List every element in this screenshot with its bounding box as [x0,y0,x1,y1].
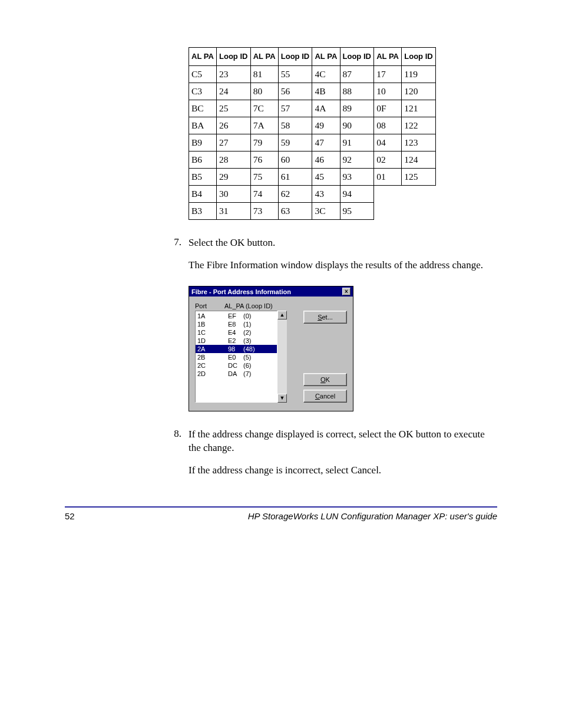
port-listbox[interactable]: 1AEF(0)1BE8(1)1CE4(2)1DE2(3)2A98(48)2BE0… [195,311,277,403]
set-button[interactable]: Set... [303,311,347,324]
list-item-loopid: (0) [243,312,251,320]
close-icon[interactable]: × [342,288,351,295]
list-item-alpa: E4 [228,328,243,337]
footer-title: HP StorageWorks LUN Configuration Manage… [100,511,497,521]
table-row: C52381554C8717119 [189,66,436,83]
list-item-alpa: EF [228,312,243,320]
col-alpa-1: AL PA [189,48,217,66]
list-item-loopid: (48) [243,345,255,353]
list-item[interactable]: 1CE4(2) [196,328,277,337]
table-header-row: AL PA Loop ID AL PA Loop ID AL PA Loop I… [189,48,436,66]
table-cell: 08 [374,117,402,134]
list-item-loopid: (2) [243,328,251,337]
table-cell: B4 [189,186,217,203]
cancel-button[interactable]: Cancel [303,390,347,403]
scroll-down-icon[interactable]: ▼ [277,394,287,403]
table-cell [402,203,436,220]
list-item-alpa: DA [228,370,243,378]
table-cell: 25 [217,100,251,117]
ok-button-post: K [326,376,330,383]
table-cell: 95 [340,203,374,220]
table-cell: B3 [189,203,217,220]
table-cell: 43 [312,186,340,203]
ok-button[interactable]: OK [303,373,347,386]
table-cell: B5 [189,169,217,186]
list-item-loopid: (7) [243,370,251,378]
table-cell [374,186,402,203]
table-cell: 46 [312,151,340,169]
table-cell: 3C [312,203,340,220]
list-item-loopid: (6) [243,361,251,370]
dialog-titlebar: Fibre - Port Address Information × [189,286,353,297]
table-cell: 73 [250,203,278,220]
listbox-scrollbar[interactable]: ▲ ▼ [277,311,287,403]
table-cell: 91 [340,134,374,151]
table-cell: 123 [402,134,436,151]
table-cell: C3 [189,83,217,100]
table-cell: 59 [278,134,312,151]
step-8-text-2: If the address change is incorrect, sele… [189,464,497,477]
list-item-alpa: DC [228,361,243,370]
table-cell: 23 [217,66,251,83]
table-row: BC257C574A890F121 [189,100,436,117]
step-8-text-1: If the address change displayed is corre… [189,428,497,454]
table-cell: 30 [217,186,251,203]
table-row: BA267A58499008122 [189,117,436,134]
table-cell: 58 [278,117,312,134]
dialog-title: Fibre - Port Address Information [191,288,342,295]
table-cell: 27 [217,134,251,151]
table-cell: 7A [250,117,278,134]
cancel-button-post: ancel [320,393,335,400]
table-cell: 26 [217,117,251,134]
table-cell: 61 [278,169,312,186]
table-cell: B6 [189,151,217,169]
table-cell: C5 [189,66,217,83]
table-cell [402,186,436,203]
list-item-port: 2C [197,361,228,370]
table-cell: 7C [250,100,278,117]
table-row: B33173633C95 [189,203,436,220]
table-cell: 04 [374,134,402,151]
table-cell: 4C [312,66,340,83]
list-header-alpa: AL_PA (Loop ID) [220,302,297,309]
alpa-loopid-table: AL PA Loop ID AL PA Loop ID AL PA Loop I… [189,47,436,220]
list-item[interactable]: 2DDA(7) [196,370,277,378]
table-cell: 94 [340,186,374,203]
step-7-text-2: The Fibre Information window displays th… [189,259,483,272]
list-item-alpa: E0 [228,353,243,361]
table-cell: 4A [312,100,340,117]
table-cell: 31 [217,203,251,220]
table-cell: 63 [278,203,312,220]
list-header-port: Port [195,302,220,309]
table-cell: 87 [340,66,374,83]
list-item[interactable]: 1DE2(3) [196,337,277,345]
list-item-alpa: E2 [228,337,243,345]
list-item[interactable]: 1AEF(0) [196,312,277,320]
table-cell: 119 [402,66,436,83]
table-cell: BC [189,100,217,117]
list-item[interactable]: 2BE0(5) [196,353,277,361]
table-cell: 56 [278,83,312,100]
table-cell: 0F [374,100,402,117]
table-cell: 74 [250,186,278,203]
step-7: 7. Select the OK button. The Fibre Infor… [170,236,497,281]
table-cell: 75 [250,169,278,186]
list-item-port: 1C [197,328,228,337]
list-item[interactable]: 2A98(48) [196,345,277,353]
table-cell: 02 [374,151,402,169]
table-cell: 81 [250,66,278,83]
col-loopid-2: Loop ID [278,48,312,66]
scroll-up-icon[interactable]: ▲ [277,311,287,319]
table-cell: 92 [340,151,374,169]
step-7-text-1: Select the OK button. [189,236,483,249]
list-item[interactable]: 1BE8(1) [196,320,277,328]
table-cell: 60 [278,151,312,169]
table-cell: 80 [250,83,278,100]
table-row: C32480564B8810120 [189,83,436,100]
set-button-accel: S [318,314,322,321]
list-item[interactable]: 2CDC(6) [196,361,277,370]
list-item-port: 1B [197,320,228,328]
table-cell: 49 [312,117,340,134]
table-cell: 90 [340,117,374,134]
table-cell: 01 [374,169,402,186]
